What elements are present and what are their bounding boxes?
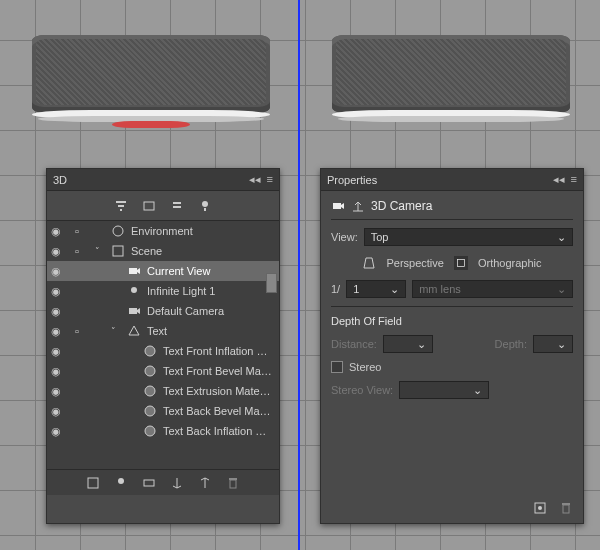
lock-icon[interactable]: ▫ <box>71 325 83 337</box>
collapse-icon[interactable]: ◂◂ <box>553 173 565 186</box>
stereo-view-select: ⌄ <box>399 381 489 399</box>
svg-marker-27 <box>341 203 344 209</box>
orthographic-icon[interactable] <box>454 256 468 270</box>
tree-label: Default Camera <box>147 305 273 317</box>
tree-row-current-view[interactable]: ◉ Current View <box>47 261 279 281</box>
svg-marker-15 <box>129 326 139 335</box>
tree-row-environment[interactable]: ◉ ▫ Environment <box>47 221 279 241</box>
scene-tree: ◉ ▫ Environment ◉ ▫ ˅ Scene ◉ Current Vi… <box>47 221 279 495</box>
viewport-divider[interactable] <box>298 0 300 550</box>
new-layer-icon[interactable] <box>142 476 156 490</box>
perspective-label: Perspective <box>386 257 443 269</box>
filter-icon[interactable] <box>114 199 128 213</box>
new-texture-icon[interactable] <box>86 476 100 490</box>
svg-rect-23 <box>144 480 154 486</box>
perspective-icon[interactable] <box>362 256 376 270</box>
stereo-view-label: Stereo View: <box>331 384 393 396</box>
delete-icon[interactable] <box>559 501 573 515</box>
distance-select: ⌄ <box>383 335 433 353</box>
collapse-icon[interactable]: ◂◂ <box>249 173 261 186</box>
lock-icon[interactable]: ▫ <box>71 245 83 257</box>
new-light-icon[interactable] <box>114 476 128 490</box>
chevron-down-icon: ⌄ <box>390 283 399 296</box>
tree-row-scene[interactable]: ◉ ▫ ˅ Scene <box>47 241 279 261</box>
list-icon[interactable] <box>170 199 184 213</box>
tree-row-infinite-light[interactable]: ◉ Infinite Light 1 <box>47 281 279 301</box>
tree-row-material[interactable]: ◉ Text Front Bevel Material <box>47 361 279 381</box>
svg-point-17 <box>145 366 155 376</box>
tree-row-material[interactable]: ◉ Text Extrusion Material <box>47 381 279 401</box>
chevron-down-icon: ⌄ <box>557 283 566 296</box>
svg-rect-24 <box>230 480 236 488</box>
delete-icon[interactable] <box>226 476 240 490</box>
menu-icon[interactable]: ≡ <box>267 173 273 186</box>
tree-label: Infinite Light 1 <box>147 285 273 297</box>
svg-rect-32 <box>563 505 569 513</box>
svg-rect-3 <box>144 202 154 210</box>
svg-rect-21 <box>88 478 98 488</box>
caret-icon[interactable]: ˅ <box>111 326 121 336</box>
fov-unit-select: mm lens ⌄ <box>412 280 573 298</box>
camera-icon <box>331 199 345 213</box>
fov-unit: mm lens <box>419 283 461 295</box>
light-icon[interactable] <box>198 199 212 213</box>
tree-row-material[interactable]: ◉ Text Back Inflation Material <box>47 421 279 441</box>
svg-rect-0 <box>116 201 126 203</box>
layers-icon[interactable] <box>142 199 156 213</box>
tree-label: Text Front Bevel Material <box>163 365 273 377</box>
panel-3d-title: 3D <box>53 174 249 186</box>
visibility-icon[interactable]: ◉ <box>47 365 65 378</box>
panel-3d-header[interactable]: 3D ◂◂ ≡ <box>47 169 279 191</box>
visibility-icon[interactable]: ◉ <box>47 305 65 318</box>
tree-row-material[interactable]: ◉ Text Front Inflation Material <box>47 341 279 361</box>
properties-heading-label: 3D Camera <box>371 199 432 213</box>
svg-rect-7 <box>204 208 206 211</box>
visibility-icon[interactable]: ◉ <box>47 285 65 298</box>
svg-rect-5 <box>173 206 181 208</box>
view-select[interactable]: Top ⌄ <box>364 228 573 246</box>
visibility-icon[interactable]: ◉ <box>47 325 65 338</box>
tool-icon[interactable] <box>170 476 184 490</box>
3d-object-right[interactable] <box>332 35 570 113</box>
svg-rect-13 <box>129 308 137 314</box>
3d-object-left[interactable] <box>32 35 270 113</box>
coords-icon[interactable] <box>351 199 365 213</box>
tree-label: Current View <box>147 265 273 277</box>
svg-point-19 <box>145 406 155 416</box>
scene-icon <box>111 244 125 258</box>
tree-row-default-camera[interactable]: ◉ Default Camera <box>47 301 279 321</box>
visibility-icon[interactable]: ◉ <box>47 265 65 278</box>
visibility-icon[interactable]: ◉ <box>47 345 65 358</box>
stereo-label: Stereo <box>349 361 381 373</box>
svg-rect-10 <box>129 268 137 274</box>
panel-3d-toolbar <box>47 191 279 221</box>
visibility-icon[interactable]: ◉ <box>47 425 65 438</box>
depth-select: ⌄ <box>533 335 573 353</box>
panel-properties-header[interactable]: Properties ◂◂ ≡ <box>321 169 583 191</box>
scrollbar-thumb[interactable] <box>266 273 277 293</box>
tree-label: Text Front Inflation Material <box>163 345 273 357</box>
orthographic-label: Orthographic <box>478 257 542 269</box>
svg-point-22 <box>118 478 124 484</box>
visibility-icon[interactable]: ◉ <box>47 405 65 418</box>
caret-icon[interactable]: ˅ <box>95 246 105 256</box>
render-icon[interactable] <box>533 501 547 515</box>
svg-rect-26 <box>333 203 341 209</box>
visibility-icon[interactable]: ◉ <box>47 385 65 398</box>
tool-icon[interactable] <box>198 476 212 490</box>
light-icon <box>127 284 141 298</box>
svg-rect-4 <box>173 202 181 204</box>
stereo-checkbox[interactable] <box>331 361 343 373</box>
svg-rect-25 <box>229 478 237 480</box>
fov-prefix: 1/ <box>331 283 340 295</box>
visibility-icon[interactable]: ◉ <box>47 225 65 238</box>
visibility-icon[interactable]: ◉ <box>47 245 65 258</box>
menu-icon[interactable]: ≡ <box>571 173 577 186</box>
lock-icon[interactable]: ▫ <box>71 225 83 237</box>
tree-row-text[interactable]: ◉ ▫ ˅ Text <box>47 321 279 341</box>
material-icon <box>143 344 157 358</box>
tree-row-material[interactable]: ◉ Text Back Bevel Material <box>47 401 279 421</box>
svg-rect-9 <box>113 246 123 256</box>
panel-3d: 3D ◂◂ ≡ ◉ ▫ Environment ◉ ▫ ˅ Scene <box>46 168 280 524</box>
fov-value-select[interactable]: 1 ⌄ <box>346 280 406 298</box>
